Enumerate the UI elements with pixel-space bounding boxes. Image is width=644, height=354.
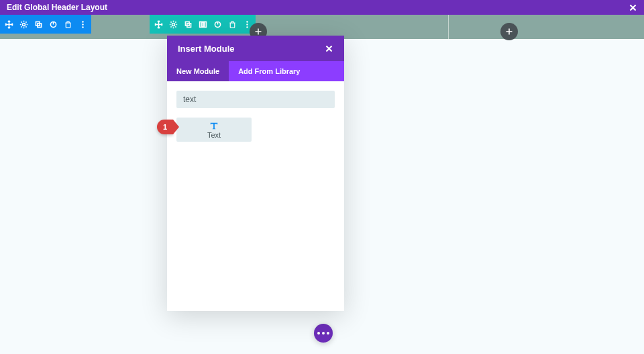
columns-icon[interactable] xyxy=(198,19,207,29)
gear-icon[interactable] xyxy=(19,19,28,29)
row-toolbar-teal xyxy=(150,15,256,34)
trash-icon[interactable] xyxy=(63,19,72,29)
module-card-label: Text xyxy=(207,131,221,139)
tab-add-from-library[interactable]: Add From Library xyxy=(229,61,309,81)
power-icon[interactable] xyxy=(213,19,222,29)
app-title: Edit Global Header Layout xyxy=(7,3,107,12)
dot-icon xyxy=(322,332,325,335)
add-module-button[interactable] xyxy=(500,23,518,40)
text-icon xyxy=(209,121,219,130)
duplicate-icon[interactable] xyxy=(183,19,193,29)
svg-rect-11 xyxy=(202,21,203,27)
modal-header: Insert Module xyxy=(167,36,344,61)
move-icon[interactable] xyxy=(4,19,13,29)
close-icon[interactable] xyxy=(325,44,333,53)
move-icon[interactable] xyxy=(154,19,163,29)
annotation-marker: 1 xyxy=(157,120,173,134)
svg-point-14 xyxy=(246,21,248,22)
svg-point-5 xyxy=(82,24,83,25)
dot-icon xyxy=(327,332,329,335)
svg-point-7 xyxy=(172,23,174,26)
svg-point-6 xyxy=(82,26,83,28)
svg-point-15 xyxy=(246,24,248,25)
tab-new-module[interactable]: New Module xyxy=(167,61,229,81)
svg-point-0 xyxy=(22,23,25,26)
svg-point-16 xyxy=(246,26,248,28)
duplicate-icon[interactable] xyxy=(34,19,43,29)
svg-point-4 xyxy=(82,21,83,22)
column-divider xyxy=(448,15,449,39)
insert-module-modal: Insert Module New Module Add From Librar… xyxy=(167,36,344,311)
module-card-text[interactable]: Text xyxy=(176,118,252,142)
modal-tabs: New Module Add From Library xyxy=(167,61,344,81)
annotation-badge: 1 xyxy=(157,120,173,134)
close-icon[interactable] xyxy=(629,3,637,12)
trash-icon[interactable] xyxy=(227,19,237,29)
module-search-input[interactable] xyxy=(176,91,335,108)
module-grid: Text xyxy=(176,118,335,142)
app-header: Edit Global Header Layout xyxy=(0,0,644,15)
modal-body: Text xyxy=(167,81,344,311)
more-icon[interactable] xyxy=(78,19,87,29)
svg-rect-12 xyxy=(204,21,205,27)
more-options-fab[interactable] xyxy=(314,324,333,343)
svg-rect-10 xyxy=(199,21,201,27)
gear-icon[interactable] xyxy=(168,19,178,29)
section-toolbar-blue xyxy=(0,15,91,34)
dot-icon xyxy=(317,332,320,335)
modal-title: Insert Module xyxy=(178,44,235,54)
power-icon[interactable] xyxy=(48,19,58,29)
